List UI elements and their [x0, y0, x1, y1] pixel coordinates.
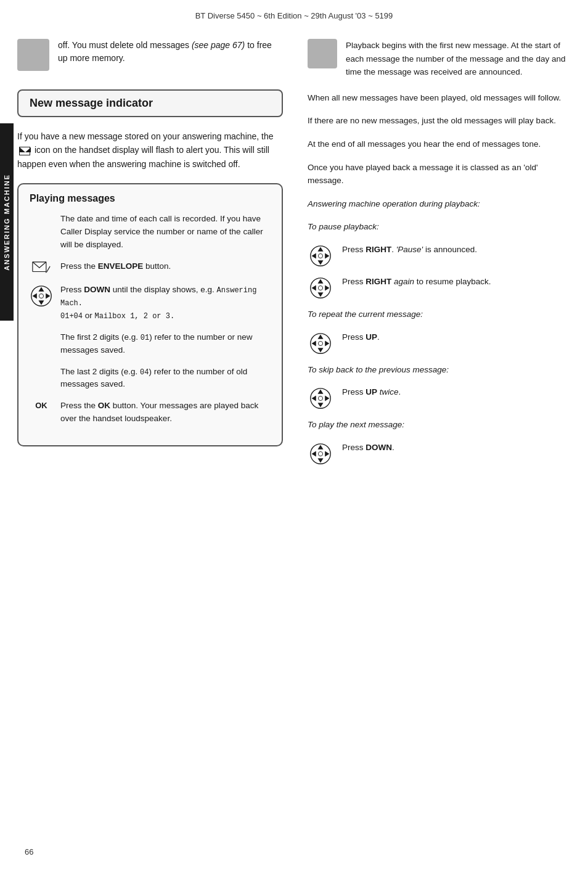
dpad-svg-skipback: [309, 387, 332, 409]
step-icon-dpad-1: [30, 284, 53, 307]
svg-point-20: [318, 286, 322, 290]
action-text-resume: Press RIGHT again to resume playback.: [342, 276, 570, 289]
action-resume: Press RIGHT again to resume playback.: [308, 276, 570, 299]
step-icon-none-3: [30, 366, 53, 367]
action-icon-dpad-next: [308, 442, 333, 465]
action-text-repeat: Press UP.: [342, 331, 570, 344]
right-para-9-label: To repeat the current message:: [308, 308, 570, 321]
intro-box-text: off. You must delete old messages (see p…: [58, 39, 283, 65]
svg-marker-17: [317, 292, 323, 297]
right-column: Playback begins with the first new messa…: [295, 27, 570, 474]
step-text-first-digits: The first 2 digits (e.g. 01) refer to th…: [60, 331, 271, 357]
ok-label: OK: [35, 401, 47, 410]
dpad-svg-next: [309, 443, 332, 465]
svg-point-8: [39, 294, 43, 298]
svg-marker-28: [317, 390, 323, 394]
svg-marker-29: [317, 403, 323, 407]
page-container: ANSWERING MACHINE BT Diverse 5450 ~ 6th …: [0, 0, 588, 875]
svg-marker-30: [312, 396, 316, 401]
right-para-5: Once you have played back a message it i…: [308, 161, 570, 187]
page-number: 66: [25, 847, 33, 857]
svg-marker-12: [312, 253, 316, 258]
step-text-date-time: The date and time of each call is record…: [60, 213, 271, 252]
action-next: Press DOWN.: [308, 442, 570, 465]
svg-marker-34: [317, 445, 323, 449]
step-date-time: The date and time of each call is record…: [30, 213, 271, 252]
svg-marker-35: [317, 458, 323, 462]
cols-wrapper: off. You must delete old messages (see p…: [0, 27, 588, 474]
right-para-3: If there are no new messages, just the o…: [308, 114, 570, 128]
new-message-heading: New message indicator: [30, 97, 271, 110]
svg-marker-16: [317, 279, 323, 284]
svg-point-14: [318, 253, 322, 258]
new-message-body: If you have a new message stored on your…: [17, 129, 283, 171]
svg-line-1: [47, 266, 51, 272]
action-repeat: Press UP.: [308, 331, 570, 355]
action-icon-dpad-resume: [308, 276, 333, 299]
step-dpad-down: Press DOWN until the display shows, e.g.…: [30, 284, 271, 322]
svg-marker-22: [317, 334, 323, 339]
action-icon-dpad-skipback: [308, 386, 333, 409]
step-icon-envelope: [30, 260, 53, 275]
svg-line-2: [46, 272, 47, 273]
right-para-11-label: To play the next message:: [308, 418, 570, 432]
svg-point-38: [318, 451, 322, 456]
sidebar-label-text: ANSWERING MACHINE: [3, 174, 10, 271]
dpad-svg-resume: [309, 277, 332, 299]
svg-marker-4: [39, 287, 44, 292]
dpad-svg-repeat: [309, 332, 332, 355]
new-message-heading-box: New message indicator: [17, 89, 283, 117]
step-text-last-digits: The last 2 digits (e.g. 04) refer to the…: [60, 366, 271, 392]
svg-marker-25: [325, 340, 329, 346]
right-para-2: When all new messages have been played, …: [308, 91, 570, 105]
svg-point-32: [318, 396, 322, 401]
right-para-6: Answering machine operation during playb…: [308, 197, 570, 211]
svg-marker-37: [325, 451, 329, 456]
playing-messages-title: Playing messages: [30, 193, 271, 204]
page-header: BT Diverse 5450 ~ 6th Edition ~ 29th Aug…: [0, 0, 588, 27]
step-text-ok: Press the OK button. Your messages are p…: [60, 400, 271, 425]
step-icon-ok: OK: [30, 400, 53, 410]
step-last-digits: The last 2 digits (e.g. 04) refer to the…: [30, 366, 271, 392]
svg-marker-10: [317, 247, 323, 252]
right-para-7-label: To pause playback:: [308, 220, 570, 234]
step-icon-none-1: [30, 213, 53, 214]
action-skip-back: Press UP twice.: [308, 386, 570, 409]
memory-warning-icon: [17, 39, 49, 71]
sidebar-label: ANSWERING MACHINE: [0, 123, 14, 321]
action-icon-dpad-pause: [308, 244, 333, 267]
right-intro-icon: [308, 39, 337, 68]
dpad-svg-1: [30, 285, 52, 307]
svg-marker-11: [317, 260, 323, 265]
right-para-10-label: To skip back to the previous message:: [308, 363, 570, 377]
svg-marker-19: [325, 285, 329, 290]
step-icon-none-2: [30, 331, 53, 332]
action-text-pause: Press RIGHT. 'Pause' is announced.: [342, 244, 570, 257]
action-text-skipback: Press UP twice.: [342, 386, 570, 399]
svg-marker-5: [39, 300, 44, 305]
left-column: off. You must delete old messages (see p…: [17, 27, 295, 474]
right-intro-box: Playback begins with the first new messa…: [308, 39, 570, 79]
header-text: BT Diverse 5450 ~ 6th Edition ~ 29th Aug…: [195, 11, 393, 20]
svg-marker-18: [312, 285, 316, 290]
svg-marker-6: [33, 293, 37, 298]
svg-point-26: [318, 341, 322, 345]
svg-marker-24: [312, 340, 316, 346]
action-text-next: Press DOWN.: [342, 442, 570, 454]
step-text-envelope: Press the ENVELOPE button.: [60, 260, 271, 273]
step-ok: OK Press the OK button. Your messages ar…: [30, 400, 271, 425]
envelope-pencil-svg: [32, 261, 51, 275]
action-pause: Press RIGHT. 'Pause' is announced.: [308, 244, 570, 267]
right-para-4: At the end of all messages you hear the …: [308, 138, 570, 151]
svg-marker-23: [317, 348, 323, 352]
step-text-dpad: Press DOWN until the display shows, e.g.…: [60, 284, 271, 322]
right-intro-text: Playback begins with the first new messa…: [346, 39, 570, 79]
svg-marker-36: [312, 451, 316, 456]
step-first-digits: The first 2 digits (e.g. 01) refer to th…: [30, 331, 271, 357]
playing-messages-box: Playing messages The date and time of ea…: [17, 183, 283, 446]
action-icon-dpad-repeat: [308, 331, 333, 355]
envelope-inline-icon: [19, 147, 30, 155]
svg-marker-13: [325, 253, 329, 258]
intro-box: off. You must delete old messages (see p…: [17, 39, 283, 71]
dpad-svg-pause: [309, 245, 332, 267]
